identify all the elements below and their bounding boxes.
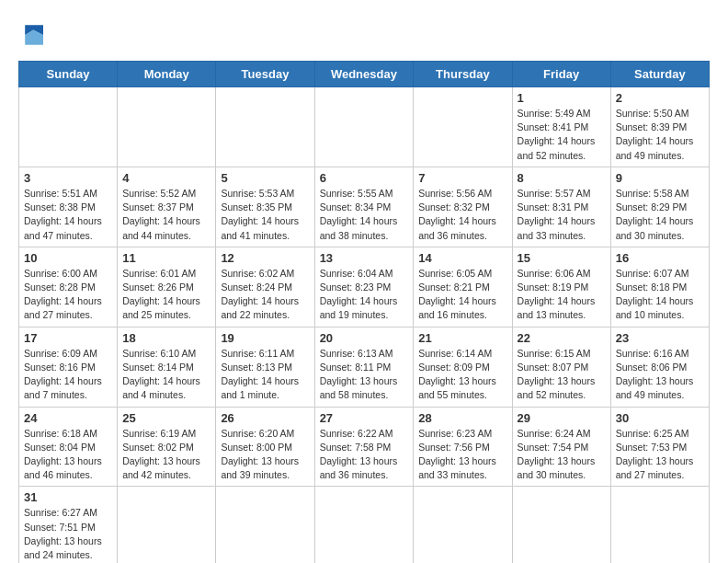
calendar-cell: 23Sunrise: 6:16 AM Sunset: 8:06 PM Dayli… <box>610 327 709 407</box>
calendar-cell: 25Sunrise: 6:19 AM Sunset: 8:02 PM Dayli… <box>118 407 216 487</box>
day-info: Sunrise: 5:50 AM Sunset: 8:39 PM Dayligh… <box>616 107 704 163</box>
day-number: 30 <box>616 411 704 425</box>
calendar-cell <box>512 487 610 563</box>
day-number: 31 <box>24 490 112 504</box>
day-info: Sunrise: 6:14 AM Sunset: 8:09 PM Dayligh… <box>418 347 506 403</box>
day-info: Sunrise: 6:13 AM Sunset: 8:11 PM Dayligh… <box>320 347 409 403</box>
day-info: Sunrise: 5:49 AM Sunset: 8:41 PM Dayligh… <box>518 107 606 163</box>
day-number: 19 <box>221 331 309 345</box>
calendar-cell: 15Sunrise: 6:06 AM Sunset: 8:19 PM Dayli… <box>512 247 610 327</box>
weekday-header-wednesday: Wednesday <box>314 62 414 87</box>
calendar-cell <box>414 87 512 167</box>
calendar-cell <box>414 487 512 563</box>
calendar-cell: 3Sunrise: 5:51 AM Sunset: 8:38 PM Daylig… <box>19 167 118 247</box>
day-info: Sunrise: 6:25 AM Sunset: 7:53 PM Dayligh… <box>616 427 704 483</box>
weekday-header-friday: Friday <box>512 62 610 87</box>
day-number: 7 <box>418 171 506 185</box>
day-number: 22 <box>518 331 606 345</box>
day-number: 12 <box>221 251 309 265</box>
day-info: Sunrise: 6:16 AM Sunset: 8:06 PM Dayligh… <box>616 347 704 403</box>
day-number: 8 <box>518 171 606 185</box>
week-row-4: 17Sunrise: 6:09 AM Sunset: 8:16 PM Dayli… <box>19 327 710 407</box>
day-number: 14 <box>418 251 506 265</box>
week-row-5: 24Sunrise: 6:18 AM Sunset: 8:04 PM Dayli… <box>19 407 710 487</box>
calendar-cell: 16Sunrise: 6:07 AM Sunset: 8:18 PM Dayli… <box>610 247 709 327</box>
calendar-cell <box>314 87 414 167</box>
day-info: Sunrise: 6:00 AM Sunset: 8:28 PM Dayligh… <box>24 267 112 323</box>
day-info: Sunrise: 6:27 AM Sunset: 7:51 PM Dayligh… <box>24 506 112 562</box>
day-number: 24 <box>24 411 112 425</box>
calendar-cell: 14Sunrise: 6:05 AM Sunset: 8:21 PM Dayli… <box>414 247 512 327</box>
day-info: Sunrise: 6:06 AM Sunset: 8:19 PM Dayligh… <box>518 267 606 323</box>
day-info: Sunrise: 6:09 AM Sunset: 8:16 PM Dayligh… <box>24 347 112 403</box>
header <box>18 18 710 52</box>
day-info: Sunrise: 6:23 AM Sunset: 7:56 PM Dayligh… <box>418 427 506 483</box>
day-info: Sunrise: 6:02 AM Sunset: 8:24 PM Dayligh… <box>221 267 309 323</box>
calendar: SundayMondayTuesdayWednesdayThursdayFrid… <box>18 61 710 563</box>
calendar-cell <box>19 87 118 167</box>
calendar-cell <box>118 487 216 563</box>
day-info: Sunrise: 6:18 AM Sunset: 8:04 PM Dayligh… <box>24 427 112 483</box>
day-number: 18 <box>122 331 210 345</box>
day-number: 15 <box>518 251 606 265</box>
calendar-cell: 17Sunrise: 6:09 AM Sunset: 8:16 PM Dayli… <box>19 327 118 407</box>
calendar-cell: 9Sunrise: 5:58 AM Sunset: 8:29 PM Daylig… <box>610 167 709 247</box>
day-number: 4 <box>122 171 210 185</box>
day-info: Sunrise: 6:24 AM Sunset: 7:54 PM Dayligh… <box>518 427 606 483</box>
day-number: 20 <box>320 331 409 345</box>
logo-icon <box>18 18 51 52</box>
week-row-1: 1Sunrise: 5:49 AM Sunset: 8:41 PM Daylig… <box>19 87 710 167</box>
calendar-cell: 28Sunrise: 6:23 AM Sunset: 7:56 PM Dayli… <box>414 407 512 487</box>
day-number: 1 <box>518 91 606 105</box>
calendar-cell <box>314 487 414 563</box>
week-row-3: 10Sunrise: 6:00 AM Sunset: 8:28 PM Dayli… <box>19 247 710 327</box>
calendar-cell: 26Sunrise: 6:20 AM Sunset: 8:00 PM Dayli… <box>216 407 314 487</box>
weekday-header-monday: Monday <box>118 62 216 87</box>
calendar-cell: 31Sunrise: 6:27 AM Sunset: 7:51 PM Dayli… <box>19 487 118 563</box>
calendar-cell <box>610 487 709 563</box>
day-number: 10 <box>24 251 112 265</box>
day-info: Sunrise: 5:53 AM Sunset: 8:35 PM Dayligh… <box>221 187 309 243</box>
day-info: Sunrise: 6:20 AM Sunset: 8:00 PM Dayligh… <box>221 427 309 483</box>
calendar-cell: 2Sunrise: 5:50 AM Sunset: 8:39 PM Daylig… <box>610 87 709 167</box>
calendar-cell: 12Sunrise: 6:02 AM Sunset: 8:24 PM Dayli… <box>216 247 314 327</box>
day-info: Sunrise: 6:01 AM Sunset: 8:26 PM Dayligh… <box>122 267 210 323</box>
weekday-header-saturday: Saturday <box>610 62 709 87</box>
calendar-cell: 10Sunrise: 6:00 AM Sunset: 8:28 PM Dayli… <box>19 247 118 327</box>
calendar-cell: 24Sunrise: 6:18 AM Sunset: 8:04 PM Dayli… <box>19 407 118 487</box>
calendar-cell: 20Sunrise: 6:13 AM Sunset: 8:11 PM Dayli… <box>314 327 414 407</box>
day-number: 2 <box>616 91 704 105</box>
day-info: Sunrise: 6:11 AM Sunset: 8:13 PM Dayligh… <box>221 347 309 403</box>
calendar-cell: 19Sunrise: 6:11 AM Sunset: 8:13 PM Dayli… <box>216 327 314 407</box>
calendar-cell: 13Sunrise: 6:04 AM Sunset: 8:23 PM Dayli… <box>314 247 414 327</box>
day-info: Sunrise: 5:57 AM Sunset: 8:31 PM Dayligh… <box>518 187 606 243</box>
day-info: Sunrise: 6:19 AM Sunset: 8:02 PM Dayligh… <box>122 427 210 483</box>
day-info: Sunrise: 6:05 AM Sunset: 8:21 PM Dayligh… <box>418 267 506 323</box>
calendar-cell: 29Sunrise: 6:24 AM Sunset: 7:54 PM Dayli… <box>512 407 610 487</box>
day-info: Sunrise: 5:56 AM Sunset: 8:32 PM Dayligh… <box>418 187 506 243</box>
calendar-cell: 1Sunrise: 5:49 AM Sunset: 8:41 PM Daylig… <box>512 87 610 167</box>
weekday-header-row: SundayMondayTuesdayWednesdayThursdayFrid… <box>19 62 710 87</box>
calendar-cell: 22Sunrise: 6:15 AM Sunset: 8:07 PM Dayli… <box>512 327 610 407</box>
weekday-header-sunday: Sunday <box>19 62 118 87</box>
calendar-cell: 21Sunrise: 6:14 AM Sunset: 8:09 PM Dayli… <box>414 327 512 407</box>
week-row-6: 31Sunrise: 6:27 AM Sunset: 7:51 PM Dayli… <box>19 487 710 563</box>
calendar-cell: 4Sunrise: 5:52 AM Sunset: 8:37 PM Daylig… <box>118 167 216 247</box>
day-number: 27 <box>320 411 409 425</box>
calendar-cell: 11Sunrise: 6:01 AM Sunset: 8:26 PM Dayli… <box>118 247 216 327</box>
calendar-cell <box>216 487 314 563</box>
week-row-2: 3Sunrise: 5:51 AM Sunset: 8:38 PM Daylig… <box>19 167 710 247</box>
calendar-cell: 18Sunrise: 6:10 AM Sunset: 8:14 PM Dayli… <box>118 327 216 407</box>
day-number: 16 <box>616 251 704 265</box>
calendar-cell: 7Sunrise: 5:56 AM Sunset: 8:32 PM Daylig… <box>414 167 512 247</box>
day-number: 13 <box>320 251 409 265</box>
day-info: Sunrise: 5:58 AM Sunset: 8:29 PM Dayligh… <box>616 187 704 243</box>
calendar-cell: 8Sunrise: 5:57 AM Sunset: 8:31 PM Daylig… <box>512 167 610 247</box>
calendar-cell <box>216 87 314 167</box>
day-info: Sunrise: 6:07 AM Sunset: 8:18 PM Dayligh… <box>616 267 704 323</box>
weekday-header-tuesday: Tuesday <box>216 62 314 87</box>
day-number: 11 <box>122 251 210 265</box>
calendar-cell: 27Sunrise: 6:22 AM Sunset: 7:58 PM Dayli… <box>314 407 414 487</box>
day-number: 6 <box>320 171 409 185</box>
day-info: Sunrise: 6:04 AM Sunset: 8:23 PM Dayligh… <box>320 267 409 323</box>
